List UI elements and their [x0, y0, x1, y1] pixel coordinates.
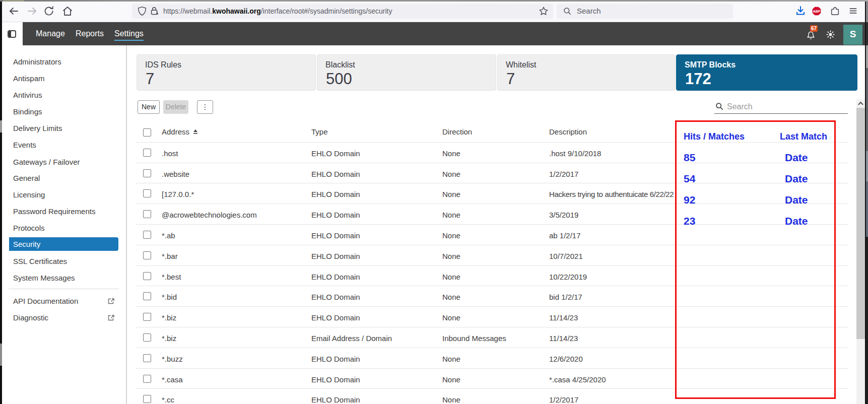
svg-text:ABP: ABP — [813, 10, 821, 13]
